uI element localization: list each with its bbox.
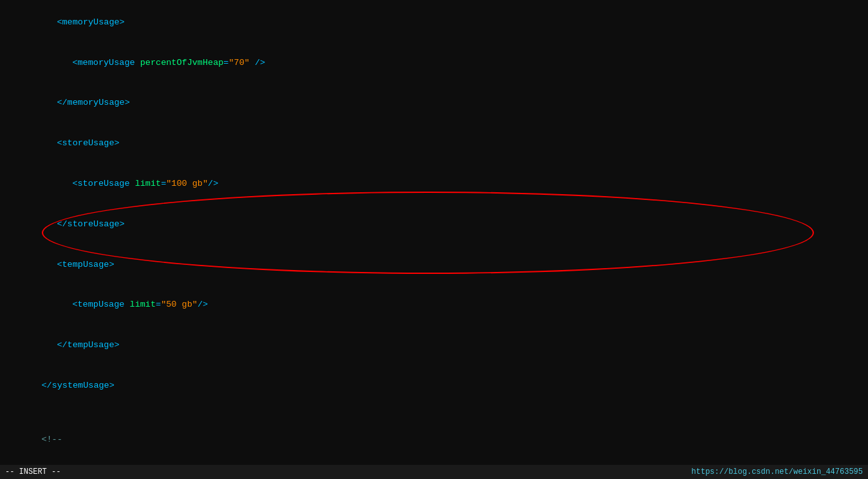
- code-line: <storeUsage limit="100 gb"/>: [5, 164, 863, 204]
- code-line: <!--: [5, 420, 863, 460]
- code-line: [5, 406, 863, 420]
- code-line: </systemUsage>: [5, 366, 863, 406]
- code-line: </memoryUsage>: [5, 84, 863, 124]
- code-line: <tempUsage>: [5, 245, 863, 285]
- code-line: <storeUsage>: [5, 123, 863, 164]
- editor-area: <memoryUsage> <memoryUsage percentOfJvmH…: [0, 0, 868, 479]
- website-url: https://blog.csdn.net/weixin_44763595: [692, 467, 863, 476]
- code-line: <memoryUsage percentOfJvmHeap="70" />: [5, 43, 863, 84]
- code-line: </storeUsage>: [5, 204, 863, 245]
- vim-mode: -- INSERT --: [5, 467, 60, 476]
- status-bar: -- INSERT -- https://blog.csdn.net/weixi…: [0, 465, 868, 479]
- code-line: </tempUsage>: [5, 325, 863, 366]
- code-line: <tempUsage limit="50 gb"/>: [5, 285, 863, 325]
- code-line: <memoryUsage>: [5, 3, 863, 43]
